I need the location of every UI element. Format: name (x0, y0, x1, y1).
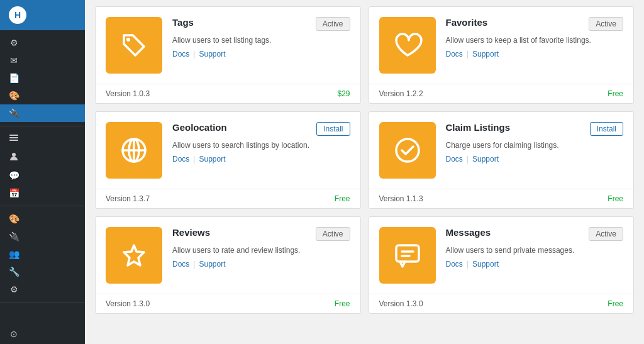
testimonials-icon: 💬 (9, 170, 19, 180)
ext-icon-messages (379, 227, 436, 284)
ext-title-claim-listings: Claim Listings (446, 122, 511, 133)
sidebar-menu-section: 💬 📅 (0, 126, 85, 206)
ext-price-tags: $29 (337, 89, 350, 98)
sidebar-item-plugins[interactable]: 🔌 (0, 228, 85, 245)
ext-icon-claim-listings (379, 122, 436, 179)
ext-links-reviews: Docs | Support (172, 260, 350, 269)
ext-support-link-geolocation[interactable]: Support (199, 155, 225, 164)
sidebar-item-emails[interactable]: ✉ (0, 52, 85, 69)
sidebar-item-templates[interactable]: 📄 (0, 69, 85, 87)
ext-docs-link-reviews[interactable]: Docs (172, 260, 189, 269)
hivepress-logo-icon: H (9, 6, 26, 24)
sidebar-item-extensions[interactable]: 🔌 (0, 104, 85, 122)
svg-point-4 (126, 38, 130, 42)
ext-price-messages: Free (608, 299, 623, 308)
install-button-claim-listings[interactable]: Install (590, 122, 623, 136)
svg-rect-11 (396, 245, 419, 262)
sidebar-logo[interactable]: H (0, 0, 85, 30)
ext-support-link-tags[interactable]: Support (199, 50, 225, 58)
main-content: Tags Active Allow users to set listing t… (85, 0, 644, 344)
listings-icon (9, 134, 19, 145)
ext-icon-geolocation (106, 122, 162, 179)
collapse-icon: ⊙ (9, 329, 19, 339)
sidebar-item-listings[interactable] (0, 130, 85, 148)
ext-support-link-claim-listings[interactable]: Support (472, 155, 499, 164)
ext-price-geolocation: Free (335, 194, 350, 203)
ext-info-favorites: Favorites Active Allow users to keep a l… (446, 17, 624, 74)
ext-link-sep-tags: | (193, 50, 195, 58)
ext-card-messages: Messages Active Allow users to send priv… (369, 216, 635, 314)
sidebar-item-vendors[interactable] (0, 148, 85, 167)
active-button-favorites[interactable]: Active (589, 17, 623, 31)
ext-card-top-claim-listings: Claim Listings Install Charge users for … (369, 112, 634, 189)
ext-docs-link-messages[interactable]: Docs (446, 260, 463, 269)
ext-docs-link-favorites[interactable]: Docs (446, 50, 463, 58)
ext-version-tags: Version 1.0.3 (106, 89, 150, 98)
ext-desc-tags: Allow users to set listing tags. (172, 35, 350, 46)
ext-docs-link-tags[interactable]: Docs (172, 50, 189, 58)
ext-info-geolocation: Geolocation Install Allow users to searc… (172, 122, 350, 179)
ext-price-claim-listings: Free (608, 194, 623, 203)
ext-version-favorites: Version 1.2.2 (379, 89, 423, 98)
settings-icon: ⚙ (9, 38, 19, 48)
ext-icon-tags (106, 17, 162, 74)
users-icon: 👥 (9, 249, 19, 259)
ext-support-link-favorites[interactable]: Support (472, 50, 499, 58)
ext-header-reviews: Reviews Active (172, 227, 350, 241)
svg-rect-2 (9, 140, 18, 141)
ext-card-bottom-reviews: Version 1.3.0 Free (96, 294, 360, 313)
collapse-menu-button[interactable]: ⊙ (0, 324, 85, 344)
svg-rect-0 (9, 135, 18, 136)
vendors-icon (9, 152, 19, 163)
sidebar-item-tools[interactable]: 🔧 (0, 263, 85, 280)
ext-support-link-messages[interactable]: Support (472, 260, 499, 269)
ext-info-reviews: Reviews Active Allow users to rate and r… (172, 227, 350, 284)
extensions-icon: 🔌 (9, 108, 19, 118)
ext-links-geolocation: Docs | Support (172, 155, 350, 164)
ext-price-reviews: Free (335, 299, 350, 308)
ext-card-favorites: Favorites Active Allow users to keep a l… (369, 6, 635, 104)
sidebar-item-bookings[interactable]: 📅 (0, 184, 85, 202)
svg-marker-10 (124, 245, 144, 265)
ext-header-favorites: Favorites Active (446, 17, 624, 31)
settings2-icon: ⚙ (9, 284, 19, 294)
active-button-reviews[interactable]: Active (316, 227, 350, 241)
ext-card-claim-listings: Claim Listings Install Charge users for … (369, 111, 635, 209)
ext-card-tags: Tags Active Allow users to set listing t… (95, 6, 361, 104)
ext-info-tags: Tags Active Allow users to set listing t… (172, 17, 350, 74)
ext-card-top-favorites: Favorites Active Allow users to keep a l… (369, 7, 634, 84)
sidebar-item-users[interactable]: 👥 (0, 245, 85, 263)
ext-link-sep-claim-listings: | (467, 155, 469, 164)
sidebar-item-themes[interactable]: 🎨 (0, 87, 85, 104)
sidebar-top-section: ⚙ ✉ 📄 🎨 🔌 (0, 30, 85, 126)
sidebar-item-testimonials[interactable]: 💬 (0, 167, 85, 184)
ext-card-geolocation: Geolocation Install Allow users to searc… (95, 111, 361, 209)
ext-card-top-reviews: Reviews Active Allow users to rate and r… (96, 217, 360, 294)
ext-header-geolocation: Geolocation Install (172, 122, 350, 136)
themes-icon: 🎨 (9, 91, 19, 101)
tools-icon: 🔧 (9, 267, 19, 277)
sidebar-item-appearance[interactable]: 🎨 (0, 210, 85, 228)
active-button-messages[interactable]: Active (589, 227, 623, 241)
ext-icon-favorites (379, 17, 436, 74)
sidebar-item-settings[interactable]: ⚙ (0, 34, 85, 52)
ext-link-sep-messages: | (467, 260, 469, 269)
ext-docs-link-geolocation[interactable]: Docs (172, 155, 189, 164)
ext-header-claim-listings: Claim Listings Install (446, 122, 624, 136)
appearance-icon: 🎨 (9, 214, 19, 224)
ext-info-messages: Messages Active Allow users to send priv… (446, 227, 624, 284)
sidebar-item-settings2[interactable]: ⚙ (0, 280, 85, 298)
ext-links-tags: Docs | Support (172, 50, 350, 58)
extensions-grid: Tags Active Allow users to set listing t… (95, 6, 634, 314)
ext-support-link-reviews[interactable]: Support (199, 260, 225, 269)
ext-card-bottom-messages: Version 1.3.0 Free (369, 294, 634, 313)
active-button-tags[interactable]: Active (316, 17, 350, 31)
ext-links-favorites: Docs | Support (446, 50, 624, 58)
ext-links-claim-listings: Docs | Support (446, 155, 624, 164)
ext-card-top-geolocation: Geolocation Install Allow users to searc… (96, 112, 360, 189)
ext-version-reviews: Version 1.3.0 (106, 299, 150, 308)
ext-docs-link-claim-listings[interactable]: Docs (446, 155, 463, 164)
ext-version-geolocation: Version 1.3.7 (106, 194, 150, 203)
ext-links-messages: Docs | Support (446, 260, 624, 269)
install-button-geolocation[interactable]: Install (316, 122, 350, 136)
